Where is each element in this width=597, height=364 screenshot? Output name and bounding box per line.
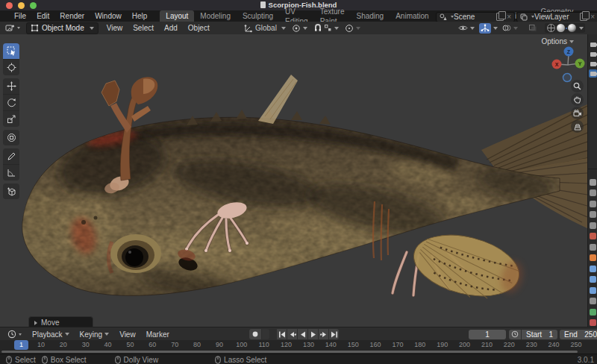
properties-tab-material[interactable] — [590, 319, 596, 326]
outliner-item-camera[interactable] — [589, 50, 597, 58]
menu-item[interactable]: File — [9, 12, 31, 20]
proportional-editing-button[interactable] — [342, 22, 363, 34]
snap-toggle-button[interactable] — [310, 22, 322, 34]
ruler-frame-number: 40 — [104, 341, 112, 348]
workspace-tab[interactable]: Shading — [350, 10, 390, 22]
play-button[interactable] — [308, 329, 318, 339]
gizmo-x-axis[interactable]: X — [552, 60, 562, 69]
outliner-item-camera[interactable] — [589, 40, 597, 48]
timeline-menu-item[interactable]: View — [114, 330, 141, 339]
properties-tab-scene[interactable] — [590, 222, 596, 229]
menu-item[interactable]: Edit — [31, 12, 54, 20]
tool-scale[interactable] — [3, 111, 19, 127]
properties-tab-object[interactable] — [590, 254, 596, 261]
transform-orientation-dropdown[interactable]: Global — [241, 22, 289, 34]
outliner-item-camera[interactable] — [589, 60, 597, 68]
shading-rendered-button[interactable] — [568, 24, 576, 32]
start-frame-field[interactable]: Start 1 — [522, 330, 557, 339]
properties-tab-output[interactable] — [590, 201, 596, 207]
properties-tab-render[interactable] — [590, 189, 596, 196]
viewport-menu-item[interactable]: Add — [159, 24, 183, 32]
tool-annotate[interactable] — [3, 148, 19, 165]
timeline-ruler[interactable]: 1 10203040506070809010011012013014015016… — [0, 340, 597, 350]
shading-wireframe-button[interactable] — [547, 24, 555, 32]
next-keyframe-button[interactable] — [319, 329, 328, 339]
toggle-xray-button[interactable] — [525, 22, 540, 34]
tool-rotate[interactable] — [3, 95, 19, 111]
viewport-menu-item[interactable]: Object — [183, 24, 215, 32]
shading-solid-button[interactable] — [557, 24, 565, 32]
properties-tab-collection[interactable] — [590, 244, 596, 251]
camera-view-button[interactable] — [571, 107, 584, 119]
tool-move[interactable] — [3, 78, 19, 95]
properties-tab-tool[interactable] — [590, 179, 596, 186]
workspace-tab[interactable]: Layout — [160, 10, 194, 22]
timeline-menu-item[interactable]: Keying — [75, 330, 115, 339]
viewport-menu-item[interactable]: Select — [128, 24, 159, 32]
editor-type-dropdown[interactable] — [2, 22, 23, 34]
show-overlays-button[interactable] — [499, 22, 521, 34]
remove-view-layer-icon[interactable]: × — [590, 13, 595, 21]
gizmo-z-axis[interactable]: Z — [564, 47, 574, 57]
blender-version: 3.0.1 — [578, 356, 594, 364]
viewport-menu-item[interactable]: View — [101, 24, 128, 32]
pivot-point-dropdown[interactable] — [289, 22, 310, 34]
scrollbar-thumb[interactable] — [1, 351, 578, 353]
timeline-menu-item[interactable]: Marker — [141, 330, 175, 339]
tool-transform[interactable] — [3, 130, 19, 145]
timeline-editor-dropdown[interactable] — [2, 330, 27, 339]
menu-item[interactable]: Render — [54, 12, 90, 20]
scorpion-fish-model[interactable] — [0, 34, 587, 327]
new-scene-icon[interactable] — [496, 13, 504, 21]
workspace-tab[interactable]: Animation — [390, 10, 434, 22]
jump-to-end-button[interactable] — [329, 329, 339, 339]
zoom-view-button[interactable] — [571, 80, 584, 92]
unlink-scene-icon[interactable]: × — [507, 13, 511, 21]
show-gizmo-button[interactable] — [478, 22, 499, 34]
properties-tab-view-layer[interactable] — [590, 211, 596, 218]
current-frame-field[interactable]: 1 — [469, 330, 506, 339]
outliner-item-camera[interactable] — [589, 69, 597, 78]
scene-selector[interactable]: Scene × — [436, 12, 515, 22]
end-frame-field[interactable]: End 250 — [560, 330, 597, 339]
mouse-icon — [6, 356, 12, 364]
editor-type-icon — [5, 24, 15, 33]
gizmo-negative-z-axis[interactable] — [563, 74, 572, 82]
tool-cursor[interactable] — [3, 60, 19, 75]
tool-measure[interactable] — [3, 165, 19, 181]
previous-keyframe-button[interactable] — [287, 329, 297, 339]
menu-item[interactable]: Window — [90, 12, 127, 20]
properties-tab-constraints[interactable] — [590, 298, 596, 304]
use-preview-range-button[interactable] — [509, 330, 521, 339]
workspace-tab[interactable]: Modeling — [194, 10, 237, 22]
workspace-tab[interactable]: Sculpting — [237, 10, 279, 22]
timeline-menu-label: Marker — [146, 330, 169, 339]
perspective-ortho-button[interactable] — [571, 120, 584, 133]
gizmo-y-axis[interactable]: Y — [575, 59, 585, 69]
properties-tab-world[interactable] — [590, 233, 596, 239]
playhead[interactable]: 1 — [14, 340, 28, 350]
timeline-menu-item[interactable]: Playback — [27, 330, 75, 339]
pan-view-button[interactable] — [571, 93, 584, 106]
navigation-gizmo[interactable]: Z X Y — [547, 42, 587, 85]
camera-icon — [590, 52, 596, 57]
mode-dropdown[interactable]: Object Mode — [26, 22, 99, 34]
auto-keying-button[interactable] — [249, 329, 261, 339]
snap-settings-dropdown[interactable] — [322, 22, 342, 34]
properties-tab-object-data[interactable] — [590, 309, 596, 316]
tool-select-box[interactable] — [3, 43, 19, 60]
object-visibility-dropdown[interactable] — [455, 22, 478, 34]
keying-set-dropdown[interactable] — [262, 329, 269, 339]
new-view-layer-icon[interactable] — [580, 13, 587, 21]
properties-tab-modifiers[interactable] — [590, 266, 596, 272]
ruler-frame-number: 160 — [370, 341, 381, 348]
tool-add-cube[interactable] — [3, 183, 19, 199]
viewport-3d[interactable]: Options — [0, 34, 587, 327]
menu-item[interactable]: Help — [127, 12, 153, 20]
operator-panel[interactable]: Move — [28, 316, 93, 327]
view-layer-selector[interactable]: ViewLayer × — [516, 12, 597, 22]
properties-tab-physics[interactable] — [590, 287, 596, 294]
play-reverse-button[interactable] — [298, 329, 307, 339]
properties-tab-particles[interactable] — [590, 276, 596, 283]
jump-to-start-button[interactable] — [277, 329, 287, 339]
